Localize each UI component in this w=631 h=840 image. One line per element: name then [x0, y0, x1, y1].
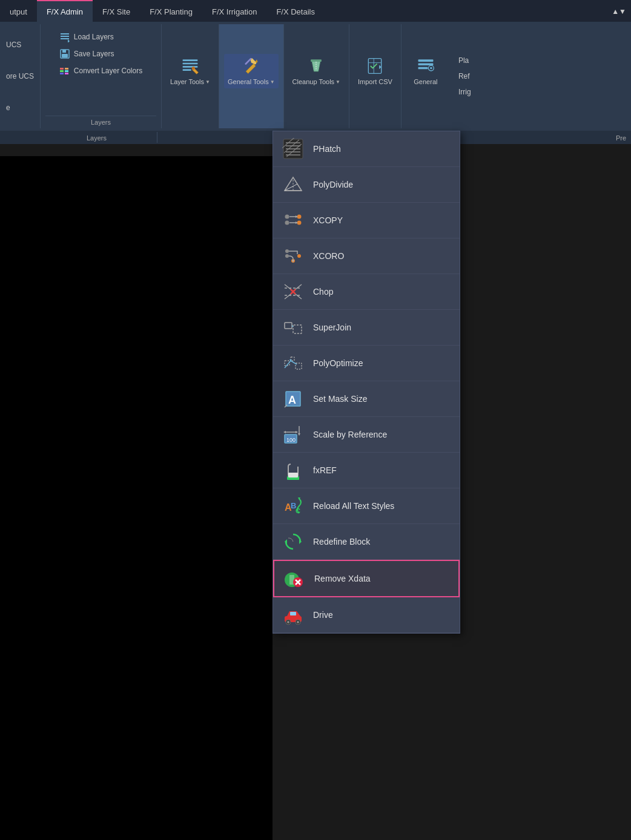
svg-point-18 [192, 67, 195, 70]
menu-item-set-mask-size[interactable]: A Set Mask Size [273, 381, 460, 417]
menu-item-remove-xdata[interactable]: Remove Xdata [273, 560, 460, 597]
menu-item-superjoin[interactable]: SuperJoin [273, 310, 460, 346]
tab-fx-admin[interactable]: F/X Admin [37, 0, 93, 22]
tab-expand[interactable]: ▲▼ [607, 0, 631, 22]
svg-text:A: A [288, 394, 296, 406]
save-layers-label: Save Layers [74, 50, 114, 58]
phatch-label: PHatch [313, 144, 341, 154]
polydivide-icon [282, 173, 305, 196]
layers-bottom-label: Layers [87, 134, 107, 142]
import-csv-label: Import CSV [358, 78, 392, 86]
general-tools-label: General Tools [228, 78, 269, 86]
svg-point-53 [297, 254, 301, 258]
convert-layer-colors-icon [59, 65, 70, 76]
svg-rect-64 [293, 325, 302, 333]
svg-rect-26 [418, 59, 433, 62]
layers-section-label: Layers [45, 116, 156, 126]
tab-fx-planting[interactable]: F/X Planting [140, 0, 202, 22]
svg-marker-3 [68, 39, 70, 42]
svg-rect-19 [245, 57, 252, 65]
pre-bottom-label: Pre [616, 134, 626, 142]
general-tools-dropdown: PHatch PolyDivide [273, 131, 460, 634]
e-button[interactable]: e [2, 101, 38, 114]
svg-point-45 [285, 221, 289, 225]
cleanup-tools-icon [306, 56, 326, 76]
general-button[interactable]: General [410, 54, 441, 88]
layer-tools-arrow: ▼ [205, 79, 210, 85]
redefine-block-label: Redefine Block [313, 537, 370, 546]
general-label: General [414, 78, 437, 86]
svg-rect-13 [183, 59, 198, 61]
menu-item-fxref[interactable]: fxREF [273, 453, 460, 488]
ucs-button[interactable]: UCS [2, 38, 38, 51]
tab-output[interactable]: utput [0, 0, 37, 22]
general-tools-arrow: ▼ [270, 79, 275, 85]
layers-buttons: Load Layers Save Layers [56, 27, 146, 116]
svg-rect-6 [62, 54, 68, 57]
layer-tools-button[interactable]: Layer Tools ▼ [167, 54, 214, 88]
scale-by-reference-label: Scale by Reference [313, 430, 387, 439]
tab-fx-details[interactable]: F/X Details [266, 0, 325, 22]
svg-point-51 [285, 254, 289, 258]
drive-icon [282, 603, 305, 626]
load-layers-label: Load Layers [74, 33, 114, 41]
set-mask-size-icon: A [282, 387, 305, 410]
svg-point-30 [430, 67, 432, 70]
irrig-button[interactable]: Irrig [455, 85, 626, 99]
superjoin-label: SuperJoin [313, 323, 351, 332]
load-layers-button[interactable]: Load Layers [56, 29, 146, 45]
menu-item-redefine-block[interactable]: Redefine Block [273, 524, 460, 560]
menu-item-polyoptimize[interactable]: PolyOptimize [273, 346, 460, 381]
svg-rect-28 [418, 67, 428, 70]
svg-marker-80 [298, 433, 300, 436]
general-tools-icon [242, 56, 261, 76]
svg-rect-16 [183, 69, 191, 71]
menu-item-polydivide[interactable]: PolyDivide [273, 167, 460, 203]
fxref-label: fxREF [313, 465, 337, 475]
menu-item-drive[interactable]: Drive [273, 597, 460, 633]
svg-text:100: 100 [286, 437, 296, 443]
general-tools-button[interactable]: General Tools ▼ [224, 54, 279, 88]
svg-rect-9 [60, 73, 64, 74]
menu-item-xcoro[interactable]: XCORO [273, 238, 460, 274]
svg-line-59 [285, 284, 291, 289]
svg-rect-20 [311, 59, 322, 62]
reload-text-styles-icon: A B C [282, 494, 305, 517]
svg-point-98 [287, 621, 289, 623]
menu-item-scale-by-reference[interactable]: 100 Scale by Reference [273, 417, 460, 453]
ribbon: utput F/X Admin F/X Site F/X Planting F/… [0, 0, 631, 144]
import-csv-button[interactable]: Import CSV [354, 54, 396, 88]
phatch-icon [282, 137, 305, 160]
import-csv-section: Import CSV . [349, 24, 401, 128]
ref-button[interactable]: Ref [455, 70, 626, 83]
svg-rect-15 [183, 66, 198, 68]
ore-ucs-button[interactable]: ore UCS [2, 70, 38, 83]
svg-rect-11 [65, 70, 68, 72]
tab-fx-irrigation[interactable]: F/X Irrigation [202, 0, 266, 22]
svg-rect-14 [183, 63, 198, 65]
svg-rect-63 [285, 323, 292, 329]
import-csv-icon [365, 56, 385, 76]
menu-item-reload-text-styles[interactable]: A B C Reload All Text Styles [273, 488, 460, 524]
tab-fx-site[interactable]: F/X Site [93, 0, 140, 22]
menu-item-phatch[interactable]: PHatch [273, 131, 460, 167]
svg-point-99 [297, 621, 299, 623]
layer-tools-icon [180, 56, 200, 76]
menu-item-xcopy[interactable]: XCOPY [273, 203, 460, 238]
polyoptimize-icon [282, 352, 305, 375]
menu-item-chop[interactable]: Chop [273, 274, 460, 310]
svg-marker-77 [283, 431, 286, 433]
svg-rect-8 [60, 70, 64, 72]
scale-by-reference-icon: 100 [282, 423, 305, 446]
save-layers-button[interactable]: Save Layers [56, 46, 146, 62]
fxref-icon [282, 459, 305, 482]
remove-xdata-label: Remove Xdata [314, 574, 371, 583]
layer-tools-section: Layer Tools ▼ . [162, 24, 219, 128]
general-section: General . [401, 24, 450, 128]
convert-layer-colors-button[interactable]: Convert Layer Colors [56, 63, 146, 79]
superjoin-icon [282, 316, 305, 339]
cleanup-tools-button[interactable]: Cleanup Tools ▼ [289, 54, 344, 88]
pla-button[interactable]: Pla [455, 54, 626, 67]
set-mask-size-label: Set Mask Size [313, 394, 367, 404]
xcopy-icon [282, 209, 305, 232]
